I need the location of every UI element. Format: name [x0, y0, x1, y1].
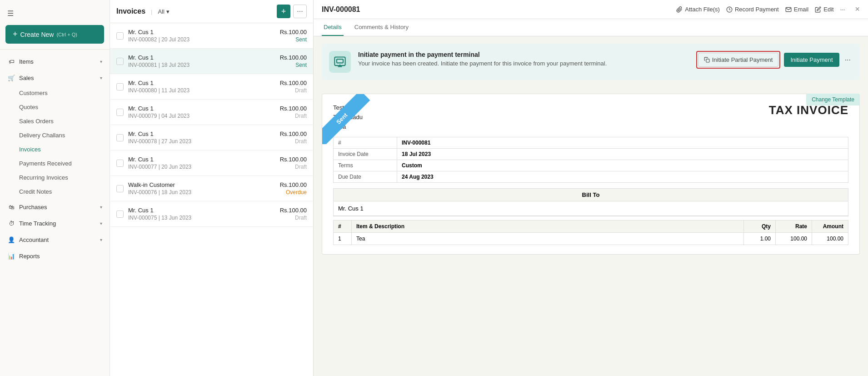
initiate-partial-outline: Initiate Partial Payment — [696, 51, 781, 69]
invoice-number-row: # INV-000081 — [334, 137, 848, 149]
email-button[interactable]: Email — [785, 6, 809, 13]
sidebar-item-reports[interactable]: 📊 Reports — [0, 248, 110, 264]
sidebar-item-items[interactable]: 🏷 Items ▾ — [0, 53, 110, 70]
invoice-checkbox[interactable] — [116, 134, 124, 141]
invoice-customer: Mr. Cus 1 — [128, 207, 275, 214]
invoice-header: TAX INVOICE Test Store Tamil Nadu India — [333, 103, 848, 131]
invoice-list-item[interactable]: Mr. Cus 1 INV-000082 | 20 Jul 2023 Rs.10… — [110, 23, 313, 49]
hamburger-icon[interactable]: ☰ — [5, 5, 104, 21]
sidebar-top: ☰ + Create New (Ctrl + Q) — [0, 0, 110, 50]
tab-details[interactable]: Details — [322, 19, 344, 36]
invoice-info: Mr. Cus 1 INV-000075 | 13 Jun 2023 — [128, 207, 275, 221]
invoice-amount: Rs.100.00 — [280, 181, 307, 188]
close-icon: × — [855, 5, 860, 14]
detail-more-button[interactable]: ··· — [840, 6, 845, 13]
list-more-button[interactable]: ··· — [293, 5, 307, 18]
email-label: Email — [794, 6, 809, 13]
invoice-meta: INV-000078 | 27 Jun 2023 — [128, 138, 275, 145]
payment-more-button[interactable]: ··· — [843, 54, 853, 66]
col-qty: Qty — [744, 221, 776, 233]
col-item-desc: Item & Description — [352, 221, 744, 233]
invoice-meta: INV-000077 | 20 Jun 2023 — [128, 164, 275, 170]
invoice-checkbox[interactable] — [116, 83, 124, 90]
bill-to-name: Mr. Cus 1 — [334, 201, 848, 216]
chevron-down-icon: ▾ — [100, 205, 102, 210]
invoice-checkbox[interactable] — [116, 160, 124, 167]
record-payment-button[interactable]: Record Payment — [726, 6, 779, 13]
invoice-checkbox[interactable] — [116, 32, 124, 40]
sidebar-item-purchases[interactable]: 🛍 Purchases ▾ — [0, 199, 110, 215]
invoice-list-panel: Invoices | All ▾ + ··· Mr. Cus 1 INV-000… — [110, 0, 314, 376]
items-icon: 🏷 — [7, 57, 15, 65]
bill-to-section: Bill To Mr. Cus 1 — [333, 188, 848, 216]
col-amount: Amount — [812, 221, 848, 233]
list-header: Invoices | All ▾ + ··· — [110, 0, 313, 23]
payment-terminal-icon — [329, 51, 351, 73]
invoice-list-item[interactable]: Walk-in Customer INV-000076 | 18 Jun 202… — [110, 176, 313, 201]
invoice-list-item[interactable]: Mr. Cus 1 INV-000080 | 11 Jul 2023 Rs.10… — [110, 74, 313, 100]
edit-button[interactable]: Edit — [815, 6, 833, 13]
sidebar-item-quotes[interactable]: Quotes — [19, 100, 110, 114]
filter-dropdown[interactable]: All ▾ — [158, 8, 169, 15]
invoice-checkbox[interactable] — [116, 58, 124, 65]
invoice-list-item[interactable]: Mr. Cus 1 INV-000081 | 18 Jul 2023 Rs.10… — [110, 49, 313, 74]
sidebar-item-time-tracking[interactable]: ⏱ Time Tracking ▾ — [0, 215, 110, 231]
invoice-status: Sent — [280, 62, 307, 68]
sidebar-item-accountant[interactable]: 👤 Accountant ▾ — [0, 231, 110, 248]
invoice-info: Mr. Cus 1 INV-000082 | 20 Jul 2023 — [128, 29, 275, 43]
tab-comments-&-history[interactable]: Comments & History — [353, 19, 410, 36]
invoice-status: Draft — [280, 164, 307, 170]
sidebar-item-sales[interactable]: 🛒 Sales ▾ — [0, 70, 110, 86]
list-divider: | — [151, 8, 152, 15]
invoice-customer: Mr. Cus 1 — [128, 29, 275, 35]
initiate-payment-label: Initiate Payment — [790, 56, 833, 63]
due-date-label: Due Date — [334, 171, 397, 183]
chevron-down-icon: ▾ — [100, 59, 102, 64]
payment-more-icon: ··· — [845, 56, 851, 64]
detail-panel: INV-000081 Attach File(s) Record Payment… — [314, 0, 868, 376]
sidebar-item-customers[interactable]: Customers — [19, 86, 110, 100]
invoice-customer: Mr. Cus 1 — [128, 54, 275, 61]
col-rate: Rate — [776, 221, 812, 233]
number-value: INV-000081 — [397, 137, 848, 149]
invoice-list-item[interactable]: Mr. Cus 1 INV-000075 | 13 Jun 2023 Rs.10… — [110, 201, 313, 227]
sidebar-item-sales-orders[interactable]: Sales Orders — [19, 114, 110, 128]
svg-rect-1 — [334, 57, 345, 66]
invoice-due-date-row: Due Date 24 Aug 2023 — [334, 171, 848, 183]
create-new-button[interactable]: + Create New (Ctrl + Q) — [5, 25, 104, 44]
sidebar-item-delivery-challans[interactable]: Delivery Challans — [19, 128, 110, 142]
invoice-meta-table: # INV-000081 Invoice Date 18 Jul 2023 Te… — [333, 137, 848, 183]
invoice-customer: Walk-in Customer — [128, 181, 275, 188]
add-invoice-button[interactable]: + — [277, 5, 290, 18]
invoice-customer: Mr. Cus 1 — [128, 105, 275, 112]
invoice-right: Rs.100.00 Sent — [280, 54, 307, 68]
invoice-checkbox[interactable] — [116, 185, 124, 192]
detail-tabs: DetailsComments & History — [314, 19, 868, 36]
invoice-checkbox[interactable] — [116, 109, 124, 116]
invoice-status: Draft — [280, 215, 307, 221]
invoice-list-item[interactable]: Mr. Cus 1 INV-000077 | 20 Jun 2023 Rs.10… — [110, 150, 313, 176]
sidebar-item-credit-notes[interactable]: Credit Notes — [19, 185, 110, 199]
invoice-meta: INV-000080 | 11 Jul 2023 — [128, 87, 275, 94]
sidebar-item-recurring-invoices[interactable]: Recurring Invoices — [19, 170, 110, 185]
sales-sub-nav: Customers Quotes Sales Orders Delivery C… — [0, 86, 110, 199]
invoice-list-item[interactable]: Mr. Cus 1 INV-000078 | 27 Jun 2023 Rs.10… — [110, 125, 313, 150]
invoice-amount: Rs.100.00 — [280, 156, 307, 163]
create-new-shortcut: (Ctrl + Q) — [56, 32, 77, 37]
sidebar-item-payments-received[interactable]: Payments Received — [19, 156, 110, 170]
invoice-preview: Sent TAX INVOICE Test Store Tamil Nadu I… — [322, 94, 860, 255]
purchases-icon: 🛍 — [7, 203, 15, 211]
initiate-payment-button[interactable]: Initiate Payment — [784, 53, 839, 67]
chevron-down-icon: ▾ — [100, 237, 102, 242]
invoice-list-item[interactable]: Mr. Cus 1 INV-000079 | 04 Jul 2023 Rs.10… — [110, 100, 313, 125]
payment-banner: Initiate payment in the payment terminal… — [322, 44, 860, 80]
plus-icon: + — [13, 30, 18, 39]
invoice-amount: Rs.100.00 — [280, 80, 307, 86]
attach-files-button[interactable]: Attach File(s) — [676, 6, 720, 13]
close-button[interactable]: × — [855, 5, 860, 14]
invoice-checkbox[interactable] — [116, 211, 124, 218]
invoice-date-value: 18 Jul 2023 — [397, 149, 848, 160]
initiate-partial-payment-button[interactable]: Initiate Partial Payment — [698, 53, 779, 67]
sidebar-item-invoices[interactable]: Invoices — [19, 142, 110, 156]
record-payment-label: Record Payment — [735, 6, 779, 13]
